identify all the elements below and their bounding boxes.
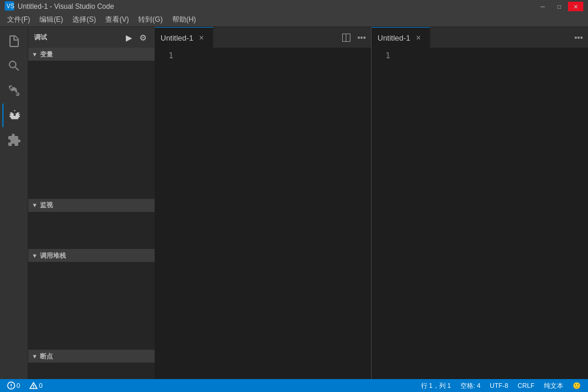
extensions-activity-icon[interactable] bbox=[2, 128, 26, 152]
watch-section: ▼ 监视 bbox=[28, 199, 155, 250]
editor-area: Untitled-1 × ••• 1 bbox=[155, 27, 588, 379]
sidebar-header: 调试 ▶ ⚙ bbox=[28, 27, 155, 48]
editor-group-1: Untitled-1 × ••• 1 bbox=[155, 27, 371, 379]
sidebar-header-controls: ▶ ⚙ bbox=[123, 32, 149, 44]
status-encoding[interactable]: UTF-8 bbox=[487, 379, 510, 392]
more-actions-button-group1[interactable]: ••• bbox=[355, 31, 369, 45]
tab-actions-group2: ••• bbox=[569, 31, 588, 45]
variables-label: 变量 bbox=[40, 50, 53, 59]
app-icon: VS bbox=[5, 1, 14, 12]
status-smiley[interactable]: 🙂 bbox=[570, 379, 583, 392]
editor-content-2[interactable]: 1 bbox=[372, 48, 588, 379]
tab-untitled-1-group2[interactable]: Untitled-1 × bbox=[372, 27, 430, 48]
tab-label-2: Untitled-1 bbox=[377, 34, 410, 42]
tab-label: Untitled-1 bbox=[161, 34, 193, 42]
minimize-button[interactable]: ─ bbox=[535, 2, 550, 11]
svg-point-4 bbox=[11, 387, 12, 388]
menu-help[interactable]: 帮助(H) bbox=[168, 13, 201, 26]
callstack-body bbox=[28, 262, 155, 350]
breakpoints-body bbox=[28, 363, 155, 379]
menu-select[interactable]: 选择(S) bbox=[68, 13, 101, 26]
sidebar-title: 调试 bbox=[34, 33, 47, 42]
explorer-activity-icon[interactable] bbox=[2, 29, 26, 53]
title-bar: VS Untitled-1 - Visual Studio Code ─ □ ✕ bbox=[0, 0, 588, 13]
breakpoints-section-header[interactable]: ▼ 断点 bbox=[28, 350, 155, 363]
callstack-section-header[interactable]: ▼ 调用堆栈 bbox=[28, 249, 155, 262]
tab-close-button-2[interactable]: × bbox=[414, 33, 423, 42]
callstack-section: ▼ 调用堆栈 bbox=[28, 249, 155, 350]
variables-arrow: ▼ bbox=[32, 51, 38, 58]
variables-section: ▼ 变量 bbox=[28, 48, 155, 199]
menu-file[interactable]: 文件(F) bbox=[2, 13, 35, 26]
sidebar-sections: ▼ 变量 ▼ 监视 ▼ 调用堆栈 bbox=[28, 48, 155, 379]
status-position[interactable]: 行 1，列 1 bbox=[419, 379, 453, 392]
debug-activity-icon[interactable] bbox=[2, 104, 26, 127]
status-left: 0 0 bbox=[5, 379, 45, 392]
editor-groups-container: Untitled-1 × ••• 1 bbox=[155, 27, 588, 379]
callstack-arrow: ▼ bbox=[32, 253, 38, 259]
menu-edit[interactable]: 编辑(E) bbox=[35, 13, 68, 26]
editor-content-1[interactable]: 1 bbox=[155, 48, 371, 379]
sidebar: 调试 ▶ ⚙ ▼ 变量 ▼ 监视 bbox=[28, 27, 155, 379]
search-activity-icon[interactable] bbox=[2, 54, 26, 78]
status-right: 行 1，列 1 空格: 4 UTF-8 CRLF 纯文本 🙂 bbox=[419, 379, 584, 392]
breakpoints-label: 断点 bbox=[40, 352, 53, 361]
status-spaces[interactable]: 空格: 4 bbox=[458, 379, 483, 392]
line-numbers-1: 1 bbox=[155, 48, 178, 64]
status-language[interactable]: 纯文本 bbox=[542, 379, 566, 392]
main-area: 调试 ▶ ⚙ ▼ 变量 ▼ 监视 bbox=[0, 27, 588, 379]
tab-actions-group1: ••• bbox=[337, 31, 371, 45]
debug-start-button[interactable]: ▶ bbox=[123, 32, 135, 44]
activity-bar bbox=[0, 27, 28, 379]
watch-body bbox=[28, 212, 155, 250]
close-button[interactable]: ✕ bbox=[568, 2, 583, 11]
watch-section-header[interactable]: ▼ 监视 bbox=[28, 199, 155, 212]
menu-goto[interactable]: 转到(G) bbox=[133, 13, 167, 26]
watch-arrow: ▼ bbox=[32, 202, 38, 208]
callstack-label: 调用堆栈 bbox=[40, 251, 66, 260]
variables-section-header[interactable]: ▼ 变量 bbox=[28, 48, 155, 61]
more-actions-button-group2[interactable]: ••• bbox=[572, 31, 586, 45]
split-editor-button[interactable] bbox=[339, 31, 353, 45]
editor-group-1-tabs: Untitled-1 × ••• bbox=[155, 27, 371, 48]
breakpoints-section: ▼ 断点 bbox=[28, 350, 155, 379]
status-warnings[interactable]: 0 bbox=[27, 379, 45, 392]
maximize-button[interactable]: □ bbox=[552, 2, 567, 11]
svg-text:VS: VS bbox=[6, 3, 14, 9]
tab-untitled-1-group1[interactable]: Untitled-1 × bbox=[155, 27, 213, 48]
line-numbers-2: 1 bbox=[372, 48, 395, 64]
watch-label: 监视 bbox=[40, 201, 53, 210]
svg-point-7 bbox=[33, 387, 34, 388]
breakpoints-arrow: ▼ bbox=[32, 353, 38, 360]
window-title: Untitled-1 - Visual Studio Code bbox=[18, 2, 535, 11]
editor-group-2-tabs: Untitled-1 × ••• bbox=[372, 27, 588, 48]
menu-bar: 文件(F) 编辑(E) 选择(S) 查看(V) 转到(G) 帮助(H) bbox=[0, 13, 588, 27]
git-activity-icon[interactable] bbox=[2, 79, 26, 102]
debug-config-button[interactable]: ⚙ bbox=[137, 32, 149, 44]
status-errors[interactable]: 0 bbox=[5, 379, 22, 392]
status-line-ending[interactable]: CRLF bbox=[515, 379, 537, 392]
menu-view[interactable]: 查看(V) bbox=[101, 13, 133, 26]
window-controls: ─ □ ✕ bbox=[535, 2, 583, 11]
status-bar: 0 0 行 1，列 1 空格: 4 UTF-8 CRLF 纯文本 🙂 bbox=[0, 379, 588, 392]
tab-close-button[interactable]: × bbox=[197, 33, 206, 42]
editor-group-2: Untitled-1 × ••• 1 bbox=[372, 27, 588, 379]
variables-body bbox=[28, 61, 155, 199]
